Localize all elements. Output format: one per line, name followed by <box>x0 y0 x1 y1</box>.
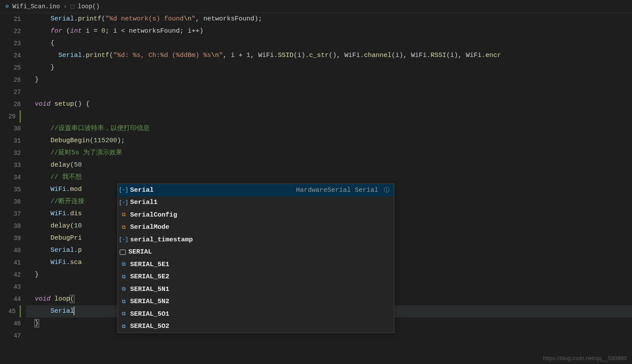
suggest-item[interactable]: ⧉SERIAL_5O2 <box>118 321 394 333</box>
suggest-item[interactable]: ⧉SERIAL_5O1 <box>118 308 394 321</box>
line-number: 37 <box>0 208 21 220</box>
enum-icon: ⧉ <box>120 211 128 219</box>
cpp-file-icon: ⊕ <box>5 3 9 10</box>
line-number: 30 <box>0 123 21 135</box>
keyword-icon <box>120 250 126 255</box>
suggest-item[interactable]: ⧉SERIAL_5N2 <box>118 296 394 308</box>
chevron-right-icon: › <box>64 3 67 10</box>
suggest-item[interactable]: ⧉SERIAL_5E1 <box>118 258 394 271</box>
suggest-item[interactable]: [◦]SerialHardwareSerial Serial ⓘ <box>118 184 394 197</box>
line-number: 38 <box>0 220 21 232</box>
constant-icon: ⧉ <box>120 273 128 281</box>
suggest-label: SERIAL_5E2 <box>130 273 169 281</box>
suggest-label: Serial <box>130 187 154 194</box>
line-number: 42 <box>0 269 21 281</box>
suggest-label: serial_timestamp <box>130 236 193 244</box>
breadcrumb-file[interactable]: Wifi_Scan.ino <box>12 3 60 10</box>
line-number: 29 <box>0 110 21 123</box>
line-number: 24 <box>0 50 21 62</box>
constant-icon: ⧉ <box>120 310 128 318</box>
text-cursor <box>74 307 74 315</box>
line-number: 43 <box>0 281 21 293</box>
suggest-item[interactable]: ⧉SerialMode <box>118 221 394 234</box>
info-icon[interactable]: ⓘ <box>384 187 390 194</box>
code-content[interactable]: Serial.printf("%d network(s) found\n", n… <box>26 13 632 342</box>
variable-icon: [◦] <box>120 186 128 194</box>
line-number: 47 <box>0 330 21 342</box>
suggest-label: SERIAL_5O1 <box>130 311 169 318</box>
line-number: 31 <box>0 135 21 147</box>
line-number: 23 <box>0 37 21 50</box>
line-number: 32 <box>0 147 21 159</box>
line-number-gutter: 2122232425262728293031323334353637383940… <box>0 13 26 342</box>
line-number: 41 <box>0 257 21 269</box>
suggest-label: SERIAL_5E1 <box>130 261 169 268</box>
line-number: 27 <box>0 86 21 98</box>
line-number: 26 <box>0 74 21 86</box>
suggest-item[interactable]: ⧉SerialConfig <box>118 209 394 221</box>
line-number: 39 <box>0 232 21 244</box>
variable-icon: [◦] <box>120 236 128 244</box>
symbol-method-icon: ⬚ <box>71 3 74 10</box>
constant-icon: ⧉ <box>120 285 128 293</box>
line-number: 36 <box>0 196 21 208</box>
suggest-label: SerialConfig <box>130 211 177 219</box>
line-number: 25 <box>0 62 21 74</box>
line-number: 21 <box>0 13 21 25</box>
breadcrumb[interactable]: ⊕ Wifi_Scan.ino › ⬚ loop() <box>0 0 632 13</box>
line-number: 28 <box>0 98 21 110</box>
autocomplete-popup[interactable]: [◦]SerialHardwareSerial Serial ⓘ[◦]Seria… <box>118 184 394 333</box>
suggest-detail: HardwareSerial Serial ⓘ <box>296 186 392 194</box>
enum-icon: ⧉ <box>120 224 128 231</box>
constant-icon: ⧉ <box>120 260 128 268</box>
code-editor[interactable]: 2122232425262728293031323334353637383940… <box>0 13 632 342</box>
line-number: 45 <box>0 305 21 317</box>
line-number: 22 <box>0 25 21 37</box>
suggest-label: SERIAL_5N1 <box>130 286 169 293</box>
suggest-label: SERIAL_5O2 <box>130 323 169 330</box>
breadcrumb-symbol[interactable]: loop() <box>78 3 100 10</box>
suggest-item[interactable]: ⧉SERIAL_5E2 <box>118 271 394 284</box>
suggest-item[interactable]: [◦]Serial1 <box>118 197 394 209</box>
constant-icon: ⧉ <box>120 298 128 306</box>
suggest-label: Serial1 <box>130 199 158 206</box>
line-number: 35 <box>0 184 21 196</box>
constant-icon: ⧉ <box>120 323 128 331</box>
line-number: 46 <box>0 317 21 330</box>
variable-icon: [◦] <box>120 199 128 207</box>
suggest-item[interactable]: [◦]serial_timestamp <box>118 234 394 246</box>
line-number: 40 <box>0 244 21 257</box>
line-number: 33 <box>0 159 21 171</box>
line-number: 34 <box>0 171 21 184</box>
suggest-item[interactable]: SERIAL <box>118 246 394 259</box>
suggest-label: SerialMode <box>130 224 169 231</box>
suggest-label: SERIAL <box>128 248 152 256</box>
line-number: 44 <box>0 293 21 305</box>
watermark-text: https://blog.csdn.net/qq__590980 <box>543 355 627 361</box>
suggest-label: SERIAL_5N2 <box>130 298 169 305</box>
suggest-item[interactable]: ⧉SERIAL_5N1 <box>118 283 394 296</box>
